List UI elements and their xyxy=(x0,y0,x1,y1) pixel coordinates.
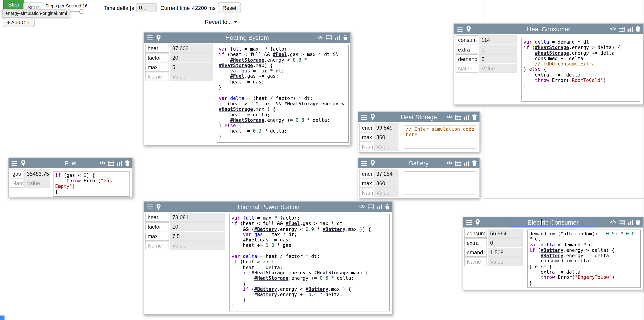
variable-value-cell[interactable]: Value xyxy=(479,64,517,73)
table-view-icon[interactable] xyxy=(455,114,461,119)
chart-view-icon[interactable] xyxy=(117,161,122,166)
menu-icon[interactable] xyxy=(457,27,463,32)
panel-header[interactable]: Battery </> xyxy=(358,158,480,168)
variable-value-cell[interactable]: Value xyxy=(374,142,398,151)
code-view-icon[interactable]: </> xyxy=(317,35,323,40)
menu-icon[interactable] xyxy=(147,204,152,209)
variable-value-cell[interactable]: Value xyxy=(170,72,212,81)
panel-header[interactable]: Heat Consumer </> xyxy=(454,24,643,34)
variable-name-cell[interactable]: Name xyxy=(145,241,169,250)
code-editor[interactable]: demand += (Math.random() - 0.5) * 0.01* … xyxy=(527,230,641,288)
variable-name-cell[interactable]: demand xyxy=(456,54,478,63)
location-pin-icon[interactable] xyxy=(21,160,26,166)
variable-value-cell[interactable]: 99.849 xyxy=(374,123,398,132)
code-view-icon[interactable]: </> xyxy=(446,161,452,166)
variable-name-cell[interactable]: max xyxy=(145,63,169,72)
variable-value-cell[interactable]: 0 xyxy=(479,45,517,54)
variable-value-cell[interactable]: 56.964 xyxy=(488,229,523,238)
variable-value-cell[interactable]: 5 xyxy=(170,63,212,72)
variable-name-cell[interactable]: consum xyxy=(464,229,487,238)
variable-value-cell[interactable]: 1.508 xyxy=(488,248,523,257)
variable-name-cell[interactable]: Name xyxy=(359,142,373,151)
chart-view-icon[interactable] xyxy=(464,161,469,166)
location-pin-icon[interactable] xyxy=(156,204,161,210)
trash-icon[interactable] xyxy=(636,220,640,225)
variable-name-cell[interactable]: Name xyxy=(10,179,23,188)
menu-icon[interactable] xyxy=(147,35,152,40)
variable-value-cell[interactable]: 37.254 xyxy=(374,169,398,178)
location-pin-icon[interactable] xyxy=(156,35,161,41)
table-view-icon[interactable] xyxy=(619,27,625,32)
panel-title[interactable]: Thermal Power Station xyxy=(144,203,392,210)
location-pin-icon[interactable] xyxy=(475,219,480,225)
variable-value-cell[interactable]: Value xyxy=(374,188,398,197)
variable-name-cell[interactable]: factor xyxy=(145,222,169,231)
variable-value-cell[interactable]: 360 xyxy=(374,132,398,141)
variable-value-cell[interactable]: 114 xyxy=(479,35,517,44)
variable-name-cell[interactable]: gas xyxy=(10,169,23,178)
location-pin-icon[interactable] xyxy=(466,26,471,32)
variable-name-cell[interactable]: Name xyxy=(464,257,487,266)
trash-icon[interactable] xyxy=(125,161,130,166)
code-editor[interactable]: var delta = demand * dtif (#HeatStorage.… xyxy=(521,38,640,101)
variable-value-cell[interactable]: Value xyxy=(170,241,226,250)
variable-name-cell[interactable]: factor xyxy=(145,53,169,62)
variable-value-cell[interactable]: 35483.75 xyxy=(24,169,50,178)
trash-icon[interactable] xyxy=(385,204,390,210)
variable-name-cell[interactable]: max xyxy=(359,132,373,141)
variable-value-cell[interactable]: Value xyxy=(488,257,523,266)
code-view-icon[interactable]: </> xyxy=(359,205,365,209)
code-editor[interactable] xyxy=(404,171,476,195)
code-view-icon[interactable]: </> xyxy=(446,115,452,119)
variable-name-cell[interactable]: consum xyxy=(456,35,478,44)
variable-name-cell[interactable]: max xyxy=(145,232,169,241)
variable-value-cell[interactable]: 3 xyxy=(479,54,517,63)
chart-view-icon[interactable] xyxy=(376,204,382,209)
code-view-icon[interactable]: </> xyxy=(610,27,616,31)
variable-value-cell[interactable]: 7.5 xyxy=(170,232,226,241)
trash-icon[interactable] xyxy=(343,35,348,40)
code-editor[interactable]: var full = max * factorif (heat < full &… xyxy=(216,45,348,143)
table-view-icon[interactable] xyxy=(619,220,625,225)
table-view-icon[interactable] xyxy=(326,35,332,40)
panel-header[interactable]: Fuel </> xyxy=(8,158,132,168)
variable-name-cell[interactable]: Name xyxy=(145,72,169,81)
menu-icon[interactable] xyxy=(361,161,367,166)
panel-header[interactable]: Heating System </> xyxy=(144,32,350,43)
variable-name-cell[interactable]: max xyxy=(359,179,373,188)
chart-view-icon[interactable] xyxy=(628,220,633,225)
variable-name-cell[interactable]: ener xyxy=(359,123,373,132)
variable-value-cell[interactable]: 20 xyxy=(170,53,212,62)
table-view-icon[interactable] xyxy=(368,204,374,209)
panel-title-input[interactable]: Electric Consumer xyxy=(511,218,596,227)
chart-view-icon[interactable] xyxy=(335,35,340,40)
variable-name-cell[interactable]: heat xyxy=(145,213,169,222)
trash-icon[interactable] xyxy=(636,26,640,32)
code-view-icon[interactable]: </> xyxy=(99,161,105,166)
panel-header[interactable]: Heat Storage </> xyxy=(358,112,480,122)
table-view-icon[interactable] xyxy=(455,161,461,166)
variable-value-cell[interactable]: 73.081 xyxy=(170,213,226,222)
table-view-icon[interactable] xyxy=(108,161,114,166)
variable-value-cell[interactable]: 360 xyxy=(374,179,398,188)
location-pin-icon[interactable] xyxy=(370,160,375,166)
variable-name-cell[interactable]: extra xyxy=(456,45,478,54)
variable-name-cell[interactable]: extra xyxy=(464,238,487,247)
variable-value-cell[interactable]: 87.003 xyxy=(170,44,212,53)
variable-name-cell[interactable]: Name xyxy=(456,64,478,73)
variable-name-cell[interactable]: heat xyxy=(145,44,169,53)
variable-value-cell[interactable]: 0 xyxy=(488,238,523,247)
trash-icon[interactable] xyxy=(472,114,476,120)
code-editor[interactable]: if (gas < 0) { throw Error("GasEmpty")} xyxy=(53,171,130,197)
variable-name-cell[interactable]: emand xyxy=(464,248,487,257)
chart-view-icon[interactable] xyxy=(464,114,469,119)
code-editor[interactable]: // Enter simulation codehere xyxy=(404,125,476,149)
menu-icon[interactable] xyxy=(12,161,17,166)
chart-view-icon[interactable] xyxy=(628,27,633,32)
variable-name-cell[interactable]: Name xyxy=(359,188,373,197)
panel-header[interactable]: Thermal Power Station </> xyxy=(144,202,392,212)
variable-name-cell[interactable]: ener xyxy=(359,169,373,178)
code-view-icon[interactable]: </> xyxy=(610,220,616,225)
panel-header[interactable]: Electric Consumer </> xyxy=(463,217,643,228)
trash-icon[interactable] xyxy=(472,161,476,166)
